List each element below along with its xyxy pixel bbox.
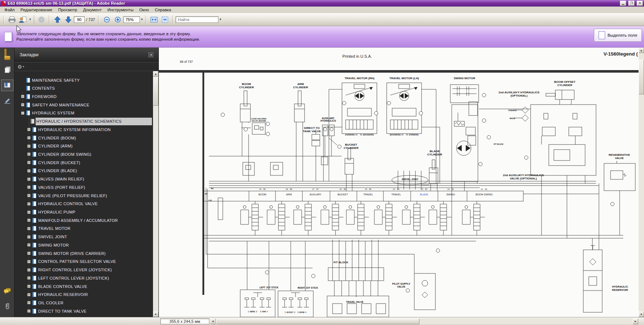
document-scrollbar-horizontal[interactable] xyxy=(216,318,633,324)
highlight-fields-button[interactable]: Выделять поля xyxy=(594,29,642,42)
bookmark-item[interactable]: +CYLINDER (BOOM SWING) xyxy=(15,150,153,158)
bookmark-expander[interactable]: + xyxy=(21,95,24,98)
bookmark-item[interactable]: +CYLINDER (BOOM) xyxy=(15,134,153,142)
bookmark-item[interactable]: +RIGHT CONTROL LEVER (JOYSTICK) xyxy=(15,266,153,274)
bookmark-expander[interactable]: + xyxy=(27,243,31,247)
comments-panel-button[interactable] xyxy=(1,285,13,297)
bookmark-item[interactable]: MAINTENANCE SAFETY xyxy=(15,76,153,84)
bookmark-expander[interactable]: + xyxy=(27,169,31,172)
bookmark-item[interactable]: +BLADE CONTROL VALVE xyxy=(15,283,153,290)
bookmarks-scrollbar[interactable]: ▲ ▼ xyxy=(153,71,158,317)
maximize-button[interactable]: ❐ xyxy=(628,1,635,6)
search-dropdown-arrow[interactable]: ▼ xyxy=(218,18,222,21)
menu-item-view[interactable]: Просмотр xyxy=(55,7,80,13)
menu-item-edit[interactable]: Редактирование xyxy=(17,7,55,13)
bookmark-item[interactable]: +SAFETY AND MAINTENANCE xyxy=(15,101,153,109)
bookmark-expander[interactable]: + xyxy=(27,293,31,296)
bookmark-item[interactable]: +HYDRAULIC SYSTEM INFORMATION xyxy=(15,126,153,133)
bookmark-expander[interactable]: + xyxy=(27,186,31,189)
search-input[interactable] xyxy=(176,16,218,23)
bookmark-item[interactable]: CONTENTS xyxy=(15,85,153,92)
bookmark-expander[interactable]: + xyxy=(27,202,31,206)
menu-item-help[interactable]: Справка xyxy=(152,7,174,13)
bookmark-item[interactable]: +VALVE (PILOT PRESSURE RELIEF) xyxy=(15,192,153,199)
zoom-out-button[interactable] xyxy=(101,14,112,25)
collaborate-button[interactable] xyxy=(17,14,28,25)
bookmark-expander[interactable]: + xyxy=(27,211,31,214)
scroll-left-button[interactable]: ◄ xyxy=(210,318,216,324)
bookmark-options-dropdown-arrow[interactable]: ▾ xyxy=(23,65,24,68)
pages-panel-button[interactable] xyxy=(1,64,13,76)
close-button[interactable]: ✕ xyxy=(637,1,643,6)
bookmark-item[interactable]: +CYLINDER (BUCKET) xyxy=(15,159,153,166)
bookmark-item[interactable]: +CYLINDER (BLADE) xyxy=(15,167,153,175)
scroll-down-button[interactable]: ▼ xyxy=(639,312,644,317)
scroll-right-button[interactable]: ► xyxy=(633,318,638,324)
bookmark-item[interactable]: +TRAVEL MOTOR xyxy=(15,225,153,232)
security-panel-button[interactable] xyxy=(1,49,13,61)
bookmark-item[interactable]: +SWING MOTOR xyxy=(15,241,153,249)
fit-width-button[interactable] xyxy=(149,14,160,25)
bookmark-expander[interactable]: + xyxy=(27,178,31,181)
bookmark-expander[interactable]: + xyxy=(27,301,31,304)
minimize-button[interactable]: ▁ xyxy=(620,1,626,6)
bookmark-item[interactable]: +HYDRAULIC CONTROL VALVE xyxy=(15,200,153,208)
bookmark-options-gear-icon[interactable]: ⚙ xyxy=(17,64,22,69)
document-scrollbar-vertical[interactable]: ▲ ▼ xyxy=(639,48,644,317)
bookmark-item[interactable]: +CONTROL PATTERN SELECTOR VALVE xyxy=(15,258,153,265)
bookmark-expander[interactable]: + xyxy=(27,285,31,288)
bookmark-item[interactable]: +SWIVEL JOINT xyxy=(15,233,153,241)
bookmark-item[interactable]: +FOREWORD xyxy=(15,93,153,100)
bookmark-expander[interactable]: + xyxy=(27,227,31,230)
fit-page-button[interactable] xyxy=(160,14,170,25)
collaborate-dropdown-arrow[interactable]: ▼ xyxy=(28,18,32,21)
menu-item-window[interactable]: Окно xyxy=(136,7,152,13)
bookmark-item[interactable]: HYDRAULIC / HYDROSTATIC SCHEMATICS xyxy=(15,118,153,125)
scroll-down-button[interactable]: ▼ xyxy=(153,312,158,317)
bookmark-item[interactable]: +HYDRAULIC RESERVOIR xyxy=(15,291,153,298)
collapse-panel-button[interactable]: ◄ xyxy=(148,52,153,57)
page-number-input[interactable] xyxy=(74,16,85,23)
menu-item-file[interactable]: Файл xyxy=(1,7,17,13)
menu-item-document[interactable]: Документ xyxy=(80,7,104,13)
scroll-up-button[interactable]: ▲ xyxy=(639,48,644,53)
bookmark-item[interactable]: +OIL COOLER xyxy=(15,299,153,306)
zoom-level-input[interactable] xyxy=(123,16,140,23)
bookmark-item[interactable]: +VALVES (PORT RELIEF) xyxy=(15,183,153,191)
bookmark-expander[interactable]: + xyxy=(27,309,31,313)
bookmark-item[interactable]: +SWING MOTOR (DRIVE CARRIER) xyxy=(15,249,153,257)
bookmark-item[interactable]: +MANIFOLD ASSEMBLY / ACCUMULATOR xyxy=(15,216,153,224)
scrollbar-thumb[interactable] xyxy=(216,318,419,324)
signatures-panel-button[interactable] xyxy=(1,95,13,106)
print-button[interactable] xyxy=(7,14,17,25)
bookmark-expander[interactable]: + xyxy=(27,235,31,239)
bookmark-expander[interactable]: − xyxy=(21,111,24,115)
menu-item-tools[interactable]: Инструменты xyxy=(104,7,136,13)
zoom-dropdown-arrow[interactable]: ▼ xyxy=(140,18,144,21)
bookmark-expander[interactable]: + xyxy=(27,128,31,131)
bookmarks-panel-button[interactable] xyxy=(1,80,13,91)
bookmark-expander[interactable]: + xyxy=(27,276,31,280)
scroll-up-button[interactable]: ▲ xyxy=(153,71,158,77)
bookmark-item[interactable]: +DIRECT TO TANK VALVE xyxy=(15,307,153,315)
zoom-in-button[interactable] xyxy=(112,14,123,25)
attachments-panel-button[interactable] xyxy=(1,300,13,312)
bookmark-expander[interactable]: + xyxy=(27,153,31,156)
bookmark-expander[interactable]: + xyxy=(27,161,31,164)
previous-page-button[interactable] xyxy=(52,14,63,25)
bookmark-expander[interactable]: + xyxy=(27,145,31,148)
scrollbar-thumb[interactable] xyxy=(153,77,158,106)
bookmark-expander[interactable]: + xyxy=(27,268,31,272)
bookmark-item[interactable]: +VALVES (MAIN RELIEF) xyxy=(15,175,153,183)
bookmark-expander[interactable]: + xyxy=(27,260,31,263)
bookmark-expander[interactable]: + xyxy=(27,194,31,197)
bookmark-expander[interactable]: + xyxy=(27,219,31,222)
bookmark-expander[interactable]: + xyxy=(27,252,31,255)
scrollbar-thumb[interactable] xyxy=(639,60,644,94)
bookmark-item[interactable]: −HYDRAULIC SYSTEM xyxy=(15,109,153,117)
next-page-button[interactable] xyxy=(63,14,74,25)
bookmark-item[interactable]: +HYDRAULIC PUMP xyxy=(15,208,153,216)
bookmark-expander[interactable]: + xyxy=(21,103,24,106)
bookmark-item[interactable]: +CYLINDER (ARM) xyxy=(15,142,153,150)
web-button[interactable] xyxy=(36,14,47,25)
